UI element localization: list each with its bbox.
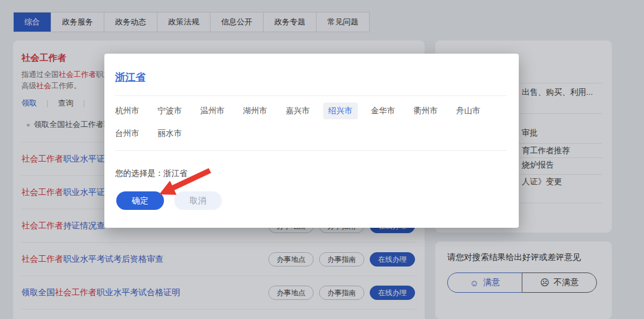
province-link[interactable]: 浙江省 <box>115 70 145 84</box>
region-select-dialog: 浙江省 杭州市宁波市温州市湖州市嘉兴市绍兴市金华市衢州市舟山市台州市丽水市 您的… <box>104 54 519 228</box>
dialog-actions: 确定 取消 <box>116 191 222 210</box>
confirm-button[interactable]: 确定 <box>116 191 164 210</box>
city-option[interactable]: 台州市 <box>110 125 145 142</box>
city-option[interactable]: 金华市 <box>366 103 401 119</box>
cancel-button[interactable]: 取消 <box>174 191 222 210</box>
city-option[interactable]: 杭州市 <box>110 103 145 119</box>
selection-summary: 您的选择是：浙江省 <box>115 168 188 179</box>
city-list: 杭州市宁波市温州市湖州市嘉兴市绍兴市金华市衢州市舟山市台州市丽水市 <box>110 103 509 148</box>
city-option[interactable]: 绍兴市 <box>323 103 358 119</box>
divider <box>115 95 507 96</box>
city-option[interactable]: 湖州市 <box>238 103 273 119</box>
city-option[interactable]: 衢州市 <box>408 103 444 119</box>
city-option[interactable]: 丽水市 <box>153 125 188 142</box>
city-option[interactable]: 舟山市 <box>451 103 486 119</box>
city-option[interactable]: 嘉兴市 <box>280 103 315 119</box>
city-option[interactable]: 温州市 <box>195 103 230 119</box>
divider <box>115 150 507 151</box>
city-option[interactable]: 宁波市 <box>153 103 188 119</box>
